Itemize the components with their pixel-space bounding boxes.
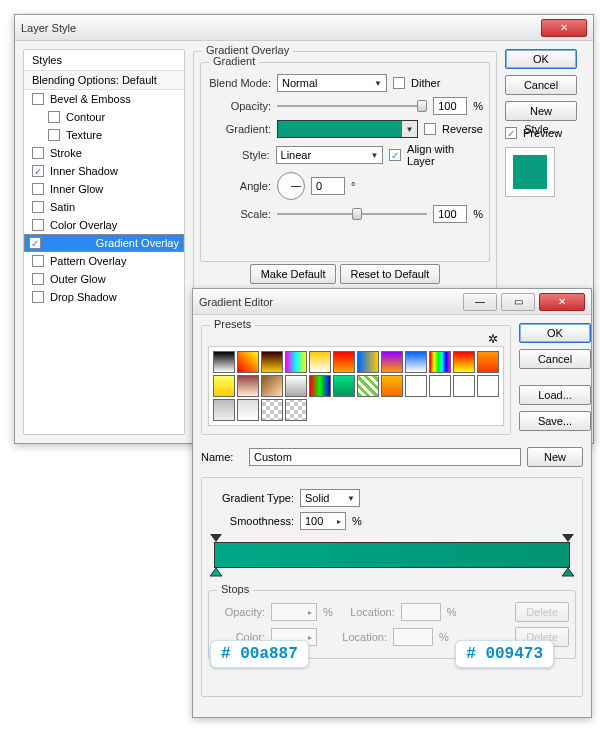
smoothness-input[interactable]: 100▸ <box>300 512 346 530</box>
preset-swatch[interactable] <box>405 351 427 373</box>
preset-swatch[interactable] <box>213 351 235 373</box>
style-select[interactable]: Linear▼ <box>276 146 384 164</box>
preset-swatch[interactable] <box>237 351 259 373</box>
svg-marker-1 <box>562 534 574 542</box>
blend-mode-select[interactable]: Normal▼ <box>277 74 387 92</box>
load-button[interactable]: Load... <box>519 385 591 405</box>
style-checkbox[interactable] <box>32 291 44 303</box>
styles-header[interactable]: Styles <box>24 50 184 71</box>
cancel-button[interactable]: Cancel <box>505 75 577 95</box>
ok-button[interactable]: OK <box>519 323 591 343</box>
style-item-contour[interactable]: Contour <box>24 108 184 126</box>
preset-swatch[interactable] <box>285 351 307 373</box>
style-item-gradient-overlay[interactable]: ✓Gradient Overlay <box>24 234 184 252</box>
preset-swatch[interactable] <box>381 375 403 397</box>
style-item-texture[interactable]: Texture <box>24 126 184 144</box>
opacity-input[interactable] <box>433 97 467 115</box>
style-checkbox[interactable] <box>48 111 60 123</box>
style-checkbox[interactable] <box>32 255 44 267</box>
preset-swatch[interactable] <box>453 375 475 397</box>
style-checkbox[interactable] <box>48 129 60 141</box>
style-checkbox[interactable] <box>32 201 44 213</box>
style-item-pattern-overlay[interactable]: Pattern Overlay <box>24 252 184 270</box>
svg-marker-0 <box>210 534 222 542</box>
style-checkbox[interactable]: ✓ <box>29 237 41 249</box>
dither-checkbox[interactable] <box>393 77 405 89</box>
style-item-drop-shadow[interactable]: Drop Shadow <box>24 288 184 306</box>
style-label: Satin <box>50 201 75 213</box>
name-input[interactable] <box>249 448 521 466</box>
preset-swatch[interactable] <box>261 351 283 373</box>
preset-empty <box>261 399 283 421</box>
preset-swatch[interactable] <box>213 375 235 397</box>
color-stop-left[interactable] <box>210 568 222 580</box>
gradient-bar[interactable] <box>214 542 570 568</box>
opacity-slider[interactable] <box>277 98 427 114</box>
style-label: Stroke <box>50 147 82 159</box>
preset-swatch[interactable] <box>309 351 331 373</box>
preset-swatch[interactable] <box>381 351 403 373</box>
style-checkbox[interactable]: ✓ <box>32 165 44 177</box>
gradient-swatch[interactable]: ▼ <box>277 120 418 138</box>
align-checkbox[interactable]: ✓ <box>389 149 401 161</box>
cancel-button[interactable]: Cancel <box>519 349 591 369</box>
opacity-stop-right[interactable] <box>562 530 574 542</box>
titlebar[interactable]: Gradient Editor — ▭ ✕ <box>193 289 591 315</box>
style-checkbox[interactable] <box>32 273 44 285</box>
style-item-inner-shadow[interactable]: ✓Inner Shadow <box>24 162 184 180</box>
preset-swatch[interactable] <box>477 375 499 397</box>
gradient-group: Gradient Blend Mode: Normal▼ Dither Opac… <box>200 62 490 262</box>
preview-swatch <box>505 147 555 197</box>
style-checkbox[interactable] <box>32 183 44 195</box>
style-item-inner-glow[interactable]: Inner Glow <box>24 180 184 198</box>
scale-input[interactable] <box>433 205 467 223</box>
preset-swatch[interactable] <box>261 375 283 397</box>
preset-swatch[interactable] <box>237 399 259 421</box>
style-checkbox[interactable] <box>32 219 44 231</box>
opacity-stop-left[interactable] <box>210 530 222 542</box>
preset-swatch[interactable] <box>237 375 259 397</box>
angle-input[interactable] <box>311 177 345 195</box>
maximize-icon[interactable]: ▭ <box>501 293 535 311</box>
preset-swatch[interactable] <box>213 399 235 421</box>
style-item-color-overlay[interactable]: Color Overlay <box>24 216 184 234</box>
gradient-type-select[interactable]: Solid▼ <box>300 489 360 507</box>
style-checkbox[interactable] <box>32 93 44 105</box>
preset-swatch[interactable] <box>357 351 379 373</box>
preset-swatch[interactable] <box>405 375 427 397</box>
style-label: Pattern Overlay <box>50 255 126 267</box>
preset-swatch[interactable] <box>429 351 451 373</box>
minimize-icon[interactable]: — <box>463 293 497 311</box>
reset-default-button[interactable]: Reset to Default <box>340 264 441 284</box>
close-icon[interactable]: ✕ <box>539 293 585 311</box>
style-item-outer-glow[interactable]: Outer Glow <box>24 270 184 288</box>
style-item-stroke[interactable]: Stroke <box>24 144 184 162</box>
style-label: Drop Shadow <box>50 291 117 303</box>
gear-icon[interactable]: ✲ <box>486 332 500 346</box>
blending-options[interactable]: Blending Options: Default <box>24 71 184 90</box>
style-item-satin[interactable]: Satin <box>24 198 184 216</box>
ok-button[interactable]: OK <box>505 49 577 69</box>
color-stop-right[interactable] <box>562 568 574 580</box>
preset-swatch[interactable] <box>309 375 331 397</box>
new-style-button[interactable]: New Style... <box>505 101 577 121</box>
preset-swatch[interactable] <box>333 351 355 373</box>
style-item-bevel-emboss[interactable]: Bevel & Emboss <box>24 90 184 108</box>
close-icon[interactable]: ✕ <box>541 19 587 37</box>
scale-slider[interactable] <box>277 206 427 222</box>
preset-swatch[interactable] <box>429 375 451 397</box>
titlebar[interactable]: Layer Style ✕ <box>15 15 593 41</box>
preset-swatch[interactable] <box>357 375 379 397</box>
new-button[interactable]: New <box>527 447 583 467</box>
color-callout-left: # 00a887 <box>210 640 309 668</box>
preset-swatch[interactable] <box>477 351 499 373</box>
preset-swatch[interactable] <box>285 375 307 397</box>
reverse-checkbox[interactable] <box>424 123 436 135</box>
angle-dial[interactable] <box>277 172 305 200</box>
preset-swatch[interactable] <box>453 351 475 373</box>
save-button[interactable]: Save... <box>519 411 591 431</box>
preset-swatch[interactable] <box>333 375 355 397</box>
make-default-button[interactable]: Make Default <box>250 264 337 284</box>
preview-checkbox[interactable]: ✓ <box>505 127 517 139</box>
style-checkbox[interactable] <box>32 147 44 159</box>
